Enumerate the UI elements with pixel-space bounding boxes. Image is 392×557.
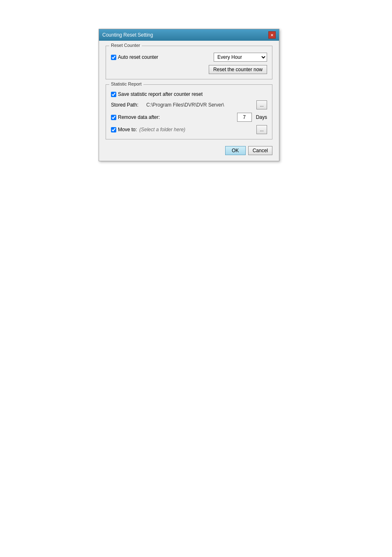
reset-counter-group: Reset Counter Auto reset counter Every H… xyxy=(106,46,272,79)
save-report-checkbox-label[interactable]: Save statistic report after counter rese… xyxy=(111,91,203,97)
dialog-content: Reset Counter Auto reset counter Every H… xyxy=(99,41,279,161)
dialog-title: Counting Reset Setting xyxy=(102,32,153,38)
days-label: Days xyxy=(256,114,267,120)
footer-row: OK Cancel xyxy=(106,144,272,156)
remove-data-text: Remove data after: xyxy=(118,114,160,120)
ok-button[interactable]: OK xyxy=(225,146,246,155)
title-bar: Counting Reset Setting × xyxy=(99,29,279,41)
move-to-checkbox[interactable] xyxy=(111,127,116,132)
save-report-checkbox[interactable] xyxy=(111,92,116,97)
move-to-browse-button[interactable]: ... xyxy=(256,125,267,134)
move-to-checkbox-label[interactable]: Move to: xyxy=(111,127,137,132)
save-report-text: Save statistic report after counter rese… xyxy=(118,91,203,97)
stored-path-browse-button[interactable]: ... xyxy=(256,100,267,109)
auto-reset-checkbox-label[interactable]: Auto reset counter xyxy=(111,54,158,60)
save-report-row: Save statistic report after counter rese… xyxy=(111,91,267,97)
move-to-text: Move to: xyxy=(118,127,137,132)
reset-now-button[interactable]: Reset the counter now xyxy=(209,65,267,74)
reset-interval-dropdown[interactable]: Every Hour Every Day Every Week Every Mo… xyxy=(214,53,267,62)
statistic-report-group: Statistic Report Save statistic report a… xyxy=(106,84,272,139)
reset-now-row: Reset the counter now xyxy=(111,65,267,74)
remove-data-checkbox[interactable] xyxy=(111,115,116,120)
stored-path-row: Stored Path: C:\Program Files\DVR\DVR Se… xyxy=(111,100,267,109)
remove-data-row: Remove data after: Days xyxy=(111,113,267,122)
dialog-wrapper: Counting Reset Setting × Reset Counter A… xyxy=(99,29,279,161)
move-to-row: Move to: (Select a folder here) ... xyxy=(111,125,267,134)
cancel-button[interactable]: Cancel xyxy=(248,146,272,155)
reset-interval-dropdown-container: Every Hour Every Day Every Week Every Mo… xyxy=(214,53,267,62)
auto-reset-row: Auto reset counter Every Hour Every Day … xyxy=(111,53,267,62)
reset-counter-label: Reset Counter xyxy=(109,43,142,48)
close-button[interactable]: × xyxy=(268,31,276,39)
counting-reset-dialog: Counting Reset Setting × Reset Counter A… xyxy=(99,29,279,161)
statistic-report-label: Statistic Report xyxy=(109,81,143,86)
stored-path-label: Stored Path: xyxy=(111,102,144,108)
auto-reset-text: Auto reset counter xyxy=(118,54,158,60)
remove-data-checkbox-label[interactable]: Remove data after: xyxy=(111,114,160,120)
auto-reset-checkbox[interactable] xyxy=(111,55,116,60)
move-to-path-value: (Select a folder here) xyxy=(139,127,254,132)
remove-data-days-input[interactable] xyxy=(237,113,252,122)
stored-path-value: C:\Program Files\DVR\DVR Server\ xyxy=(146,102,254,108)
